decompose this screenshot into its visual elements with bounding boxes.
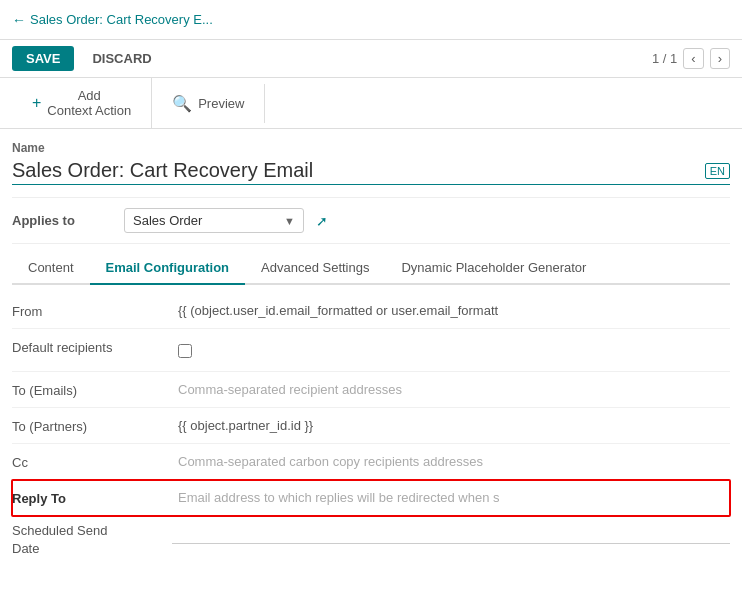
name-value-row: Sales Order: Cart Recovery Email EN [12,159,730,185]
name-value[interactable]: Sales Order: Cart Recovery Email [12,159,313,182]
default-recipients-label: Default recipients [12,335,172,355]
reply-to-row: Reply To Email address to which replies … [12,480,730,516]
tabs-row: Content Email Configuration Advanced Set… [12,252,730,285]
reply-to-value[interactable]: Email address to which replies will be r… [172,486,730,509]
cc-value[interactable]: Comma-separated carbon copy recipients a… [172,450,730,473]
pagination-text: 1 / 1 [652,51,677,66]
default-recipients-row: Default recipients [12,329,730,372]
to-partners-row: To (Partners) {{ object.partner_id.id }} [12,408,730,444]
default-recipients-value [172,335,730,365]
applies-to-value: Sales Order [133,213,278,228]
add-context-action-button[interactable]: + Add Context Action [12,78,152,128]
tab-email-configuration[interactable]: Email Configuration [90,252,246,285]
pagination: 1 / 1 ‹ › [652,48,730,69]
back-arrow-icon: ← [12,12,26,28]
default-recipients-checkbox[interactable] [178,344,192,358]
tab-advanced-settings[interactable]: Advanced Settings [245,252,385,285]
preview-button[interactable]: 🔍 Preview [152,84,265,123]
cc-row: Cc Comma-separated carbon copy recipient… [12,444,730,480]
lang-badge[interactable]: EN [705,163,730,179]
cc-label: Cc [12,450,172,470]
dropdown-arrow-icon: ▼ [284,215,295,227]
prev-button[interactable]: ‹ [683,48,703,69]
name-label: Name [12,141,730,155]
tab-dynamic-placeholder[interactable]: Dynamic Placeholder Generator [385,252,602,285]
email-config-form: From {{ (object.user_id.email_formatted … [12,285,730,572]
tab-content[interactable]: Content [12,252,90,285]
next-button[interactable]: › [710,48,730,69]
reply-to-label: Reply To [12,486,172,506]
breadcrumb-back-link[interactable]: ← Sales Order: Cart Recovery E... [12,12,213,28]
scheduled-send-date-row: Scheduled Send Date [12,516,730,564]
scheduled-send-date-label: Scheduled Send Date [12,522,172,558]
preview-label: Preview [198,96,244,111]
to-emails-row: To (Emails) Comma-separated recipient ad… [12,372,730,408]
save-button[interactable]: SAVE [12,46,74,71]
breadcrumb-text: Sales Order: Cart Recovery E... [30,12,213,27]
from-row: From {{ (object.user_id.email_formatted … [12,293,730,329]
applies-to-label: Applies to [12,213,112,228]
applies-to-select[interactable]: Sales Order ▼ [124,208,304,233]
toolbar-row: + Add Context Action 🔍 Preview [0,78,742,129]
applies-to-row: Applies to Sales Order ▼ ➚ [12,198,730,244]
preview-icon: 🔍 [172,94,192,113]
action-bar: SAVE DISCARD 1 / 1 ‹ › [0,40,742,78]
name-section: Name Sales Order: Cart Recovery Email EN [12,129,730,198]
from-label: From [12,299,172,319]
to-partners-value[interactable]: {{ object.partner_id.id }} [172,414,730,437]
content-area: + Add Context Action 🔍 Preview Name Sale… [0,78,742,584]
discard-button[interactable]: DISCARD [82,46,161,71]
to-emails-label: To (Emails) [12,378,172,398]
scheduled-send-date-value[interactable] [172,522,730,544]
to-emails-value[interactable]: Comma-separated recipient addresses [172,378,730,401]
external-link-icon[interactable]: ➚ [316,213,328,229]
from-value[interactable]: {{ (object.user_id.email_formatted or us… [172,299,730,322]
to-partners-label: To (Partners) [12,414,172,434]
add-context-action-label: Add Context Action [47,88,131,118]
top-bar: ← Sales Order: Cart Recovery E... [0,0,742,40]
plus-icon: + [32,94,41,112]
